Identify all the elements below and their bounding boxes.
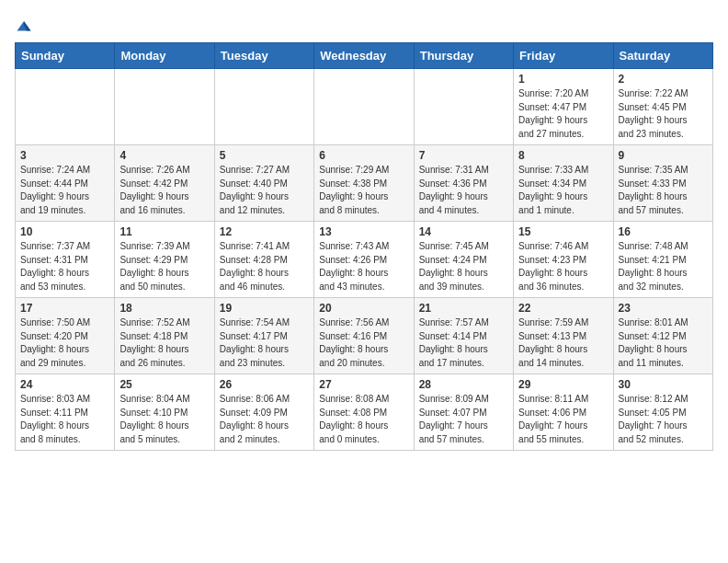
- day-number: 28: [419, 378, 508, 391]
- day-number: 10: [20, 225, 109, 238]
- calendar-cell: 4Sunrise: 7:26 AM Sunset: 4:42 PM Daylig…: [115, 145, 214, 222]
- calendar-cell: 18Sunrise: 7:52 AM Sunset: 4:18 PM Dayli…: [115, 298, 214, 374]
- day-info: Sunrise: 7:33 AM Sunset: 4:34 PM Dayligh…: [518, 165, 588, 215]
- day-info: Sunrise: 7:56 AM Sunset: 4:16 PM Dayligh…: [319, 317, 389, 368]
- calendar-cell: 25Sunrise: 8:04 AM Sunset: 4:10 PM Dayli…: [115, 374, 214, 451]
- day-info: Sunrise: 7:35 AM Sunset: 4:33 PM Dayligh…: [619, 165, 688, 215]
- weekday-header: Wednesday: [314, 43, 414, 69]
- day-number: 11: [119, 225, 209, 238]
- day-number: 12: [220, 225, 309, 238]
- calendar-cell: 17Sunrise: 7:50 AM Sunset: 4:20 PM Dayli…: [16, 298, 115, 374]
- calendar-cell: 9Sunrise: 7:35 AM Sunset: 4:33 PM Daylig…: [613, 145, 712, 222]
- calendar-cell: 3Sunrise: 7:24 AM Sunset: 4:44 PM Daylig…: [16, 145, 115, 222]
- day-number: 6: [319, 149, 408, 162]
- weekday-header: Friday: [514, 43, 613, 69]
- day-number: 5: [220, 149, 309, 162]
- day-info: Sunrise: 7:59 AM Sunset: 4:13 PM Dayligh…: [518, 317, 588, 368]
- calendar-cell: [16, 69, 115, 145]
- day-number: 1: [518, 73, 608, 86]
- day-info: Sunrise: 7:22 AM Sunset: 4:45 PM Dayligh…: [619, 88, 688, 139]
- day-number: 18: [119, 302, 209, 315]
- day-info: Sunrise: 7:24 AM Sunset: 4:44 PM Dayligh…: [20, 165, 90, 215]
- calendar-cell: 24Sunrise: 8:03 AM Sunset: 4:11 PM Dayli…: [16, 374, 115, 451]
- day-number: 21: [419, 302, 508, 315]
- day-number: 4: [119, 149, 209, 162]
- calendar-cell: 7Sunrise: 7:31 AM Sunset: 4:36 PM Daylig…: [414, 145, 513, 222]
- day-number: 17: [20, 302, 109, 315]
- calendar-cell: 11Sunrise: 7:39 AM Sunset: 4:29 PM Dayli…: [115, 222, 214, 298]
- day-info: Sunrise: 7:45 AM Sunset: 4:24 PM Dayligh…: [419, 241, 489, 292]
- day-number: 20: [319, 302, 408, 315]
- calendar-cell: 20Sunrise: 7:56 AM Sunset: 4:16 PM Dayli…: [314, 298, 414, 374]
- day-number: 9: [619, 149, 708, 162]
- day-info: Sunrise: 7:37 AM Sunset: 4:31 PM Dayligh…: [20, 241, 90, 292]
- day-number: 3: [20, 149, 109, 162]
- calendar-cell: 27Sunrise: 8:08 AM Sunset: 4:08 PM Dayli…: [314, 374, 414, 451]
- day-info: Sunrise: 8:03 AM Sunset: 4:11 PM Dayligh…: [20, 394, 90, 444]
- day-number: 29: [518, 378, 608, 391]
- calendar-cell: [414, 69, 513, 145]
- calendar-cell: [214, 69, 313, 145]
- day-number: 24: [20, 378, 109, 391]
- day-info: Sunrise: 7:20 AM Sunset: 4:47 PM Dayligh…: [518, 88, 588, 139]
- day-info: Sunrise: 7:57 AM Sunset: 4:14 PM Dayligh…: [419, 317, 489, 368]
- day-info: Sunrise: 7:46 AM Sunset: 4:23 PM Dayligh…: [518, 241, 588, 292]
- calendar-cell: 16Sunrise: 7:48 AM Sunset: 4:21 PM Dayli…: [613, 222, 712, 298]
- calendar-week-row: 3Sunrise: 7:24 AM Sunset: 4:44 PM Daylig…: [16, 145, 713, 222]
- calendar-cell: 26Sunrise: 8:06 AM Sunset: 4:09 PM Dayli…: [214, 374, 313, 451]
- weekday-header: Monday: [115, 43, 214, 69]
- weekday-header: Thursday: [414, 43, 513, 69]
- calendar-cell: 8Sunrise: 7:33 AM Sunset: 4:34 PM Daylig…: [514, 145, 613, 222]
- weekday-header: Tuesday: [214, 43, 313, 69]
- calendar-cell: 23Sunrise: 8:01 AM Sunset: 4:12 PM Dayli…: [613, 298, 712, 374]
- logo-icon: [16, 18, 32, 35]
- calendar-cell: [314, 69, 414, 145]
- calendar-week-row: 17Sunrise: 7:50 AM Sunset: 4:20 PM Dayli…: [16, 298, 713, 374]
- calendar-cell: 5Sunrise: 7:27 AM Sunset: 4:40 PM Daylig…: [214, 145, 313, 222]
- header: [15, 15, 713, 35]
- page: SundayMondayTuesdayWednesdayThursdayFrid…: [0, 0, 728, 465]
- day-number: 8: [518, 149, 608, 162]
- calendar-cell: 21Sunrise: 7:57 AM Sunset: 4:14 PM Dayli…: [414, 298, 513, 374]
- day-number: 16: [619, 225, 708, 238]
- day-number: 2: [619, 73, 708, 86]
- day-info: Sunrise: 7:52 AM Sunset: 4:18 PM Dayligh…: [119, 317, 189, 368]
- day-info: Sunrise: 8:04 AM Sunset: 4:10 PM Dayligh…: [119, 394, 189, 444]
- calendar-cell: 10Sunrise: 7:37 AM Sunset: 4:31 PM Dayli…: [16, 222, 115, 298]
- day-info: Sunrise: 8:11 AM Sunset: 4:06 PM Dayligh…: [518, 394, 588, 444]
- day-number: 13: [319, 225, 408, 238]
- day-info: Sunrise: 7:48 AM Sunset: 4:21 PM Dayligh…: [619, 241, 688, 292]
- day-info: Sunrise: 8:12 AM Sunset: 4:05 PM Dayligh…: [619, 394, 688, 444]
- day-info: Sunrise: 7:43 AM Sunset: 4:26 PM Dayligh…: [319, 241, 389, 292]
- day-number: 23: [619, 302, 708, 315]
- weekday-header: Saturday: [613, 43, 712, 69]
- day-info: Sunrise: 7:31 AM Sunset: 4:36 PM Dayligh…: [419, 165, 489, 215]
- day-info: Sunrise: 7:39 AM Sunset: 4:29 PM Dayligh…: [119, 241, 189, 292]
- day-number: 19: [220, 302, 309, 315]
- calendar-cell: 14Sunrise: 7:45 AM Sunset: 4:24 PM Dayli…: [414, 222, 513, 298]
- day-info: Sunrise: 7:27 AM Sunset: 4:40 PM Dayligh…: [220, 165, 290, 215]
- day-number: 25: [119, 378, 209, 391]
- calendar-header-row: SundayMondayTuesdayWednesdayThursdayFrid…: [16, 43, 713, 69]
- day-number: 26: [220, 378, 309, 391]
- day-info: Sunrise: 7:29 AM Sunset: 4:38 PM Dayligh…: [319, 165, 389, 215]
- day-info: Sunrise: 7:26 AM Sunset: 4:42 PM Dayligh…: [119, 165, 189, 215]
- calendar-cell: 2Sunrise: 7:22 AM Sunset: 4:45 PM Daylig…: [613, 69, 712, 145]
- calendar-cell: 30Sunrise: 8:12 AM Sunset: 4:05 PM Dayli…: [613, 374, 712, 451]
- calendar-week-row: 1Sunrise: 7:20 AM Sunset: 4:47 PM Daylig…: [16, 69, 713, 145]
- day-info: Sunrise: 7:50 AM Sunset: 4:20 PM Dayligh…: [20, 317, 90, 368]
- day-info: Sunrise: 8:08 AM Sunset: 4:08 PM Dayligh…: [319, 394, 389, 444]
- calendar-cell: 29Sunrise: 8:11 AM Sunset: 4:06 PM Dayli…: [514, 374, 613, 451]
- calendar-week-row: 10Sunrise: 7:37 AM Sunset: 4:31 PM Dayli…: [16, 222, 713, 298]
- calendar-cell: 28Sunrise: 8:09 AM Sunset: 4:07 PM Dayli…: [414, 374, 513, 451]
- calendar-week-row: 24Sunrise: 8:03 AM Sunset: 4:11 PM Dayli…: [16, 374, 713, 451]
- calendar-cell: 1Sunrise: 7:20 AM Sunset: 4:47 PM Daylig…: [514, 69, 613, 145]
- calendar-cell: 13Sunrise: 7:43 AM Sunset: 4:26 PM Dayli…: [314, 222, 414, 298]
- day-number: 30: [619, 378, 708, 391]
- logo: [15, 18, 32, 35]
- day-info: Sunrise: 8:01 AM Sunset: 4:12 PM Dayligh…: [619, 317, 688, 368]
- day-info: Sunrise: 8:06 AM Sunset: 4:09 PM Dayligh…: [220, 394, 290, 444]
- calendar: SundayMondayTuesdayWednesdayThursdayFrid…: [15, 42, 713, 451]
- calendar-cell: 12Sunrise: 7:41 AM Sunset: 4:28 PM Dayli…: [214, 222, 313, 298]
- calendar-cell: 22Sunrise: 7:59 AM Sunset: 4:13 PM Dayli…: [514, 298, 613, 374]
